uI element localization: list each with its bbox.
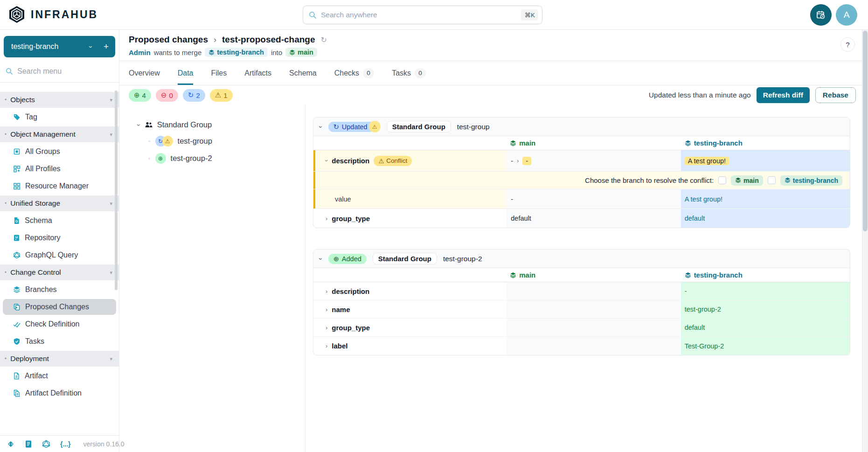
field-name: value [335, 195, 351, 203]
branch-value: default [685, 324, 705, 331]
tree-node-test-group[interactable]: ◦ ↻ ⚠ test-group [148, 136, 305, 146]
tree-node-standard-group[interactable]: › Standard Group [138, 120, 305, 129]
chevron-right-icon[interactable]: › [326, 288, 327, 295]
cell-field: value [313, 189, 506, 209]
global-search[interactable]: ⌘K [303, 6, 542, 24]
cell-field[interactable]: › description ⚠ Conflict [313, 150, 506, 171]
chevron-right-icon[interactable]: › [326, 215, 327, 222]
tab-bar: Overview Data Files Artifacts Schema Che… [119, 61, 868, 85]
cell-field[interactable]: › label [313, 337, 506, 355]
sidebar-item-artifact-definition[interactable]: Artifact Definition [3, 385, 116, 401]
cell-field[interactable]: › name [313, 300, 506, 318]
tab-data[interactable]: Data [178, 61, 194, 85]
section-deployment[interactable]: • Deployment ▾ [0, 351, 119, 367]
sidebar-item-all-groups[interactable]: All Groups [3, 144, 116, 160]
chevron-right-icon[interactable]: › [326, 324, 327, 331]
sidebar-scrollbar-thumb[interactable] [115, 90, 118, 290]
section-change-control[interactable]: • Change Control ▾ [0, 264, 119, 280]
tab-label: Files [211, 69, 227, 77]
tab-files[interactable]: Files [211, 61, 227, 85]
rebase-button[interactable]: Rebase [815, 87, 856, 103]
author-name: Admin [129, 49, 151, 56]
docs-icon[interactable] [25, 440, 32, 448]
tab-checks[interactable]: Checks 0 [334, 61, 374, 85]
tree-node-label[interactable]: test-group [178, 137, 212, 146]
tree-node-label[interactable]: Standard Group [157, 120, 212, 129]
cell-main [506, 337, 681, 355]
tree-node-label[interactable]: test-group-2 [171, 154, 212, 163]
refresh-icon[interactable]: ↻ [321, 35, 327, 44]
tab-tasks[interactable]: Tasks 0 [392, 61, 426, 85]
user-avatar[interactable]: A [836, 4, 857, 26]
sidebar-item-schema[interactable]: Schema [3, 213, 116, 229]
api-docs-icon[interactable] [7, 440, 15, 448]
tree-node-test-group-2[interactable]: ◦ ⊕ test-group-2 [148, 153, 305, 164]
status-label: Added [342, 255, 361, 263]
cell-testing-branch: - [681, 282, 850, 300]
resolve-branch-checkbox[interactable] [768, 176, 776, 184]
chevron-down-icon[interactable]: › [317, 257, 325, 260]
chevron-right-icon[interactable]: › [326, 306, 327, 313]
resolve-main-checkbox[interactable] [718, 176, 726, 184]
sidebar-menu: • Objects ▾ Tag • Object Management ▾ Al… [0, 88, 119, 435]
breadcrumb-root-link[interactable]: Proposed changes [129, 35, 208, 45]
bullet-icon: • [5, 97, 7, 103]
cell-field[interactable]: › description [313, 282, 506, 300]
page-header: Proposed changes › test-proposed-change … [119, 30, 868, 61]
source-branch-badge[interactable]: testing-branch [205, 48, 268, 57]
row-name: › name test-group-2 [313, 300, 850, 319]
sidebar-item-branches[interactable]: Branches [3, 282, 116, 298]
section-object-management[interactable]: • Object Management ▾ [0, 126, 119, 142]
openapi-braces-icon[interactable]: {...} [60, 440, 71, 448]
resolve-branch-badge[interactable]: testing-branch [780, 175, 842, 186]
page-scrollbar[interactable] [862, 30, 868, 452]
sidebar-item-graphql-query[interactable]: GraphQL Query [3, 247, 116, 263]
sidebar-item-label: Tag [25, 113, 37, 121]
graphql-sandbox-icon[interactable] [42, 440, 50, 448]
resolve-main-badge[interactable]: main [731, 175, 763, 186]
target-branch-badge[interactable]: main [285, 48, 317, 57]
section-unified-storage[interactable]: • Unified Storage ▾ [0, 195, 119, 211]
sidebar-item-artifact[interactable]: Artifact [3, 368, 116, 384]
version-label: version 0.16.0 [83, 440, 125, 448]
global-search-input[interactable] [321, 11, 517, 19]
sidebar-item-tasks[interactable]: Tasks [3, 334, 116, 349]
diff-card-header[interactable]: › ↻ Updated ⚠ Standard Group test-group [313, 118, 850, 136]
dot-icon: ◦ [148, 155, 151, 162]
schedule-button[interactable] [810, 4, 832, 26]
chevron-down-icon[interactable]: › [323, 160, 330, 161]
tab-schema[interactable]: Schema [289, 61, 317, 85]
diff-toolbar: ⊕ 4 ⊖ 0 ↻ 2 ⚠ 1 Updated less than a minu… [119, 85, 868, 105]
branch-stack-icon [208, 49, 215, 56]
chevron-down-icon[interactable]: › [87, 46, 95, 48]
page-scrollbar-thumb[interactable] [863, 31, 868, 231]
cell-field[interactable]: › group_type [313, 209, 506, 228]
diff-card-header[interactable]: › ⊕ Added Standard Group test-group-2 [313, 250, 850, 268]
sidebar-item-resource-manager[interactable]: Resource Manager [3, 178, 116, 194]
chevron-down-icon[interactable]: › [317, 125, 325, 128]
menu-search[interactable] [0, 60, 119, 83]
tab-overview[interactable]: Overview [129, 61, 160, 85]
cell-field[interactable]: › group_type [313, 319, 506, 336]
chevron-down-icon[interactable]: › [135, 124, 143, 126]
section-objects[interactable]: • Objects ▾ [0, 92, 119, 108]
sidebar-item-check-definition[interactable]: Check Definition [3, 316, 116, 332]
data-diff-content: › Standard Group ◦ ↻ ⚠ [119, 105, 868, 452]
sidebar-item-all-profiles[interactable]: All Profiles [3, 161, 116, 177]
breadcrumb: Proposed changes › test-proposed-change … [129, 35, 868, 45]
sidebar-item-repository[interactable]: Repository [3, 230, 116, 246]
arrow-icon: › [517, 158, 519, 164]
object-kind-badge: Standard Group [373, 253, 437, 264]
tab-artifacts[interactable]: Artifacts [244, 61, 271, 85]
sidebar-item-tag[interactable]: Tag [3, 109, 116, 125]
refresh-diff-button[interactable]: Refresh diff [757, 87, 810, 103]
help-button[interactable]: ? [840, 37, 855, 52]
branch-selector[interactable]: testing-branch › + [4, 36, 115, 57]
main-value: default [511, 215, 531, 222]
sidebar-item-label: Tasks [25, 337, 44, 346]
menu-search-input[interactable] [17, 67, 114, 76]
bullet-icon: • [5, 131, 7, 138]
create-branch-button[interactable]: + [104, 42, 109, 52]
sidebar-item-proposed-changes[interactable]: Proposed Changes [3, 299, 116, 315]
chevron-right-icon[interactable]: › [326, 342, 327, 349]
